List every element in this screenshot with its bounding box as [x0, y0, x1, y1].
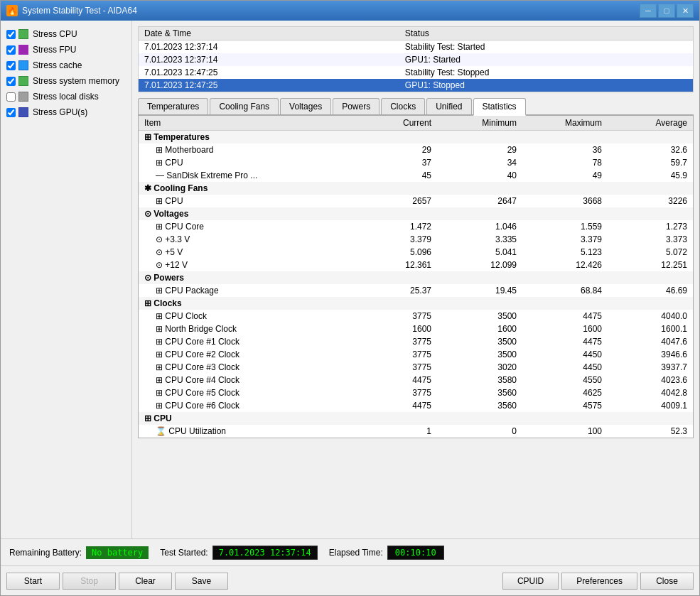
- item-name: ⊙ +12 V: [139, 259, 352, 271]
- item-maximum: 4475: [522, 310, 608, 323]
- table-row: ⊞ CPU 2657 2647 3668 3226: [139, 195, 693, 207]
- log-header-datetime: Date & Time: [139, 27, 399, 40]
- item-average: 4042.8: [608, 386, 693, 399]
- clear-button[interactable]: Clear: [119, 573, 172, 590]
- item-minimum: 3560: [437, 399, 522, 412]
- log-cell-status: Stability Test: Started: [399, 40, 693, 54]
- log-cell-status: GPU1: Started: [399, 53, 693, 66]
- tab-voltages[interactable]: Voltages: [280, 98, 331, 114]
- item-maximum: 78: [522, 156, 608, 169]
- table-row: ⊞ CPU Core #5 Clock 3775 3560 4625 4042.…: [139, 386, 693, 399]
- stress-memory-checkbox[interactable]: [6, 77, 16, 86]
- table-row: ⊙ Powers: [139, 271, 693, 284]
- group-label: ⊞ Temperatures: [139, 131, 693, 143]
- item-current: 3775: [352, 386, 437, 399]
- item-current: 2657: [352, 195, 437, 207]
- item-minimum: 34: [437, 156, 522, 169]
- item-average: 4040.0: [608, 310, 693, 323]
- log-row[interactable]: 7.01.2023 12:37:14GPU1: Started: [139, 53, 693, 66]
- stress-gpu-checkbox[interactable]: [6, 108, 16, 117]
- item-minimum: 19.45: [437, 284, 522, 297]
- item-average: 52.3: [608, 425, 693, 438]
- item-current: 1.472: [352, 220, 437, 233]
- tabs-container: TemperaturesCooling FansVoltagesPowersCl…: [138, 98, 694, 438]
- item-name: ⊞ Motherboard: [139, 143, 352, 156]
- data-table-container[interactable]: Item Current Minimum Maximum Average ⊞ T…: [138, 116, 694, 438]
- stress-fpu-checkbox[interactable]: [6, 45, 16, 55]
- table-row: ⌛ CPU Utilization 1 0 100 52.3: [139, 425, 693, 438]
- item-current: 45: [352, 169, 437, 182]
- stress-disks-checkbox[interactable]: [6, 92, 16, 102]
- col-current: Current: [352, 116, 437, 131]
- item-average: 46.69: [608, 284, 693, 297]
- title-bar: 🔥 System Stability Test - AIDA64 ─ □ ✕: [1, 1, 699, 21]
- item-current: 29: [352, 143, 437, 156]
- tab-clocks[interactable]: Clocks: [381, 98, 425, 114]
- tab-temperatures[interactable]: Temperatures: [138, 98, 208, 114]
- item-maximum: 68.84: [522, 284, 608, 297]
- stop-button[interactable]: Stop: [63, 573, 116, 590]
- tab-cooling-fans[interactable]: Cooling Fans: [210, 98, 279, 114]
- col-minimum: Minimum: [437, 116, 522, 131]
- col-maximum: Maximum: [522, 116, 608, 131]
- stress-cache-label: Stress cache: [33, 60, 82, 70]
- item-maximum: 1600: [522, 323, 608, 335]
- item-current: 4475: [352, 374, 437, 386]
- tab-unified[interactable]: Unified: [426, 98, 471, 114]
- log-cell-datetime: 7.01.2023 12:47:25: [139, 79, 399, 92]
- item-name: ⊞ CPU Core #3 Clock: [139, 361, 352, 374]
- table-row: ⊞ CPU Package 25.37 19.45 68.84 46.69: [139, 284, 693, 297]
- tab-powers[interactable]: Powers: [333, 98, 379, 114]
- close-button[interactable]: Close: [640, 573, 694, 590]
- item-current: 3775: [352, 310, 437, 323]
- item-current: 3775: [352, 335, 437, 348]
- item-average: 4023.6: [608, 374, 693, 386]
- disk-icon: [18, 92, 28, 102]
- minimize-button[interactable]: ─: [640, 4, 657, 18]
- item-average: 1600.1: [608, 323, 693, 335]
- item-average: 1.273: [608, 220, 693, 233]
- stress-disks-label: Stress local disks: [33, 92, 99, 102]
- log-row[interactable]: 7.01.2023 12:47:25GPU1: Stopped: [139, 79, 693, 92]
- stress-cache-checkbox[interactable]: [6, 61, 16, 70]
- item-name: ⊙ +5 V: [139, 246, 352, 259]
- table-row: ⊙ Voltages: [139, 207, 693, 220]
- table-row: ⊞ CPU Clock 3775 3500 4475 4040.0: [139, 310, 693, 323]
- table-row: ⊞ North Bridge Clock 1600 1600 1600 1600…: [139, 323, 693, 335]
- group-label: ⊞ CPU: [139, 412, 693, 425]
- maximize-button[interactable]: □: [658, 4, 675, 18]
- item-average: 3946.6: [608, 348, 693, 361]
- item-minimum: 1.046: [437, 220, 522, 233]
- app-window: 🔥 System Stability Test - AIDA64 ─ □ ✕ S…: [0, 0, 700, 596]
- table-row: ⊙ +12 V 12.361 12.099 12.426 12.251: [139, 259, 693, 271]
- item-current: 5.096: [352, 246, 437, 259]
- battery-label: Remaining Battery:: [9, 548, 82, 558]
- item-minimum: 3500: [437, 348, 522, 361]
- table-row: ⊞ CPU Core #3 Clock 3775 3020 4450 3937.…: [139, 361, 693, 374]
- save-button[interactable]: Save: [175, 573, 228, 590]
- group-label: ⊞ Clocks: [139, 297, 693, 310]
- log-row[interactable]: 7.01.2023 12:37:14Stability Test: Starte…: [139, 40, 693, 54]
- item-maximum: 4450: [522, 348, 608, 361]
- tab-statistics[interactable]: Statistics: [473, 98, 526, 116]
- col-item: Item: [139, 116, 352, 131]
- elapsed-value: 00:10:10: [387, 546, 444, 560]
- item-maximum: 100: [522, 425, 608, 438]
- table-row: ⊞ CPU Core #6 Clock 4475 3560 4575 4009.…: [139, 399, 693, 412]
- group-label: ⊙ Voltages: [139, 207, 693, 220]
- preferences-button[interactable]: Preferences: [561, 573, 637, 590]
- item-average: 4009.1: [608, 399, 693, 412]
- start-button[interactable]: Start: [6, 573, 60, 590]
- item-name: ⊙ +3.3 V: [139, 233, 352, 246]
- table-row: ⊞ CPU 37 34 78 59.7: [139, 156, 693, 169]
- bottom-toolbar: Start Stop Clear Save CPUID Preferences …: [1, 565, 699, 595]
- cpuid-button[interactable]: CPUID: [502, 573, 559, 590]
- item-maximum: 4625: [522, 386, 608, 399]
- stress-cpu-checkbox[interactable]: [6, 30, 16, 39]
- close-window-button[interactable]: ✕: [677, 4, 694, 18]
- toolbar-right: CPUID Preferences Close: [502, 573, 694, 590]
- item-name: ⊞ CPU Core #1 Clock: [139, 335, 352, 348]
- log-row[interactable]: 7.01.2023 12:47:25Stability Test: Stoppe…: [139, 66, 693, 79]
- group-label: ⊙ Powers: [139, 271, 693, 284]
- battery-value: No battery: [86, 546, 149, 559]
